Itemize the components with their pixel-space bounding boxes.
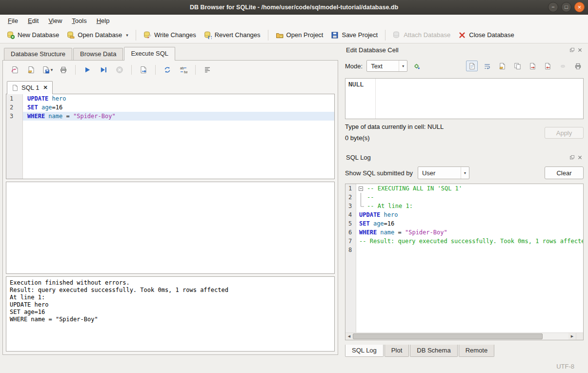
sql-editor-content[interactable]: UPDATE heroSET age=16WHERE name = "Spide… (23, 94, 334, 179)
code-line[interactable] (356, 246, 583, 254)
tab-db-schema[interactable]: DB Schema (410, 345, 457, 357)
scroll-left-icon[interactable]: ◀ (345, 333, 353, 340)
code-line[interactable]: -- (356, 193, 583, 202)
line-number-gutter: 12345678 (345, 184, 356, 332)
log-filter-select[interactable]: User ▼ (418, 166, 469, 179)
fold-marker-icon[interactable] (358, 202, 364, 210)
maximize-button[interactable]: □ (561, 2, 571, 12)
cell-editor[interactable]: NULL (345, 78, 584, 119)
titlebar[interactable]: DB Browser for SQLite - /home/user/code/… (0, 0, 588, 15)
print-button[interactable] (572, 61, 584, 71)
sql-log-editor[interactable]: 12345678 -- EXECUTING ALL IN 'SQL 1'----… (345, 184, 584, 340)
line-number-gutter: 123 (6, 94, 23, 179)
menu-help[interactable]: Help (92, 16, 115, 26)
scrollbar-track[interactable] (353, 333, 568, 340)
line-number: 4 (345, 210, 356, 219)
open-sql-new-tab-button[interactable] (9, 64, 21, 76)
open-cell-button[interactable] (496, 61, 508, 71)
open-sql-file-button[interactable] (25, 64, 38, 76)
menu-file[interactable]: File (3, 16, 23, 26)
export-results-button[interactable] (137, 64, 150, 76)
close-tab-icon[interactable]: ✕ (43, 84, 47, 91)
auto-switch-mode-button[interactable] (411, 61, 423, 71)
main-toolbar: New DatabaseOpen Database▾Write ChangesR… (0, 27, 588, 43)
close-panel-icon[interactable] (577, 47, 583, 53)
print-button[interactable] (57, 64, 70, 76)
write-changes-button[interactable]: Write Changes (140, 29, 200, 41)
execute-all-button[interactable] (81, 64, 94, 76)
code-line[interactable]: -- EXECUTING ALL IN 'SQL 1' (356, 184, 583, 193)
sql-tab-label: SQL 1 (21, 84, 39, 91)
code-line[interactable]: -- Result: query executed successfully. … (356, 237, 583, 246)
close-panel-icon[interactable] (577, 155, 583, 160)
tab-browse-data[interactable]: Browse Data (73, 48, 123, 60)
open-database-button[interactable]: Open Database▾ (63, 29, 132, 41)
set-null-icon (559, 62, 567, 70)
clear-button[interactable]: Clear (545, 166, 584, 179)
format-sql-button[interactable] (201, 64, 214, 76)
sql-editor[interactable]: 123 UPDATE heroSET age=16WHERE name = "S… (6, 94, 335, 179)
line-number: 1 (345, 184, 356, 193)
save-project-button[interactable]: Save Project (327, 29, 382, 41)
open-project-button[interactable]: Open Project (272, 29, 327, 41)
menu-tools[interactable]: Tools (67, 16, 91, 26)
scroll-right-icon[interactable]: ▶ (568, 333, 576, 340)
auto-mode-icon (413, 62, 421, 70)
code-line[interactable]: SET age=16 (23, 103, 334, 112)
word-wrap-button[interactable] (481, 61, 493, 71)
code-line[interactable]: -- At line 1: (356, 202, 583, 210)
mode-select[interactable]: Text ▼ (366, 60, 407, 72)
open-sql-file-icon (27, 66, 35, 74)
import-cell-button[interactable] (527, 61, 538, 71)
minimize-button[interactable]: − (548, 2, 558, 12)
toolbar-separator (268, 30, 268, 41)
line-number: 3 (345, 202, 356, 210)
tab-plot[interactable]: Plot (385, 345, 409, 357)
stop-button (113, 64, 126, 76)
revert-changes-button[interactable]: Revert Changes (200, 29, 264, 41)
sql-tab-bar: SQL 1 ✕ (6, 79, 335, 94)
execute-current-line-button[interactable] (97, 64, 110, 76)
tab-database-structure[interactable]: Database Structure (4, 48, 72, 60)
scrollbar-thumb[interactable] (353, 333, 543, 339)
close-database-button[interactable]: Close Database (454, 29, 518, 41)
tab-remote[interactable]: Remote (459, 345, 495, 357)
code-line[interactable]: WHERE name = "Spider-Boy" (356, 228, 583, 237)
copy-cell-button[interactable] (511, 61, 523, 71)
toolbar-separator (131, 65, 132, 75)
code-text: UPDATE hero (356, 210, 398, 219)
tab-sql-log[interactable]: SQL Log (345, 345, 384, 357)
close-button[interactable]: × (574, 2, 585, 12)
results-grid[interactable] (6, 182, 335, 274)
find-icon (163, 66, 171, 74)
dropdown-arrow-icon[interactable]: ▾ (126, 33, 128, 38)
menu-edit[interactable]: Edit (23, 16, 43, 26)
code-text: -- At line 1: (364, 202, 413, 210)
cell-editor-divider (375, 79, 376, 119)
find-button[interactable] (161, 64, 174, 76)
text-mode-button[interactable] (466, 61, 478, 71)
float-panel-icon[interactable] (569, 47, 575, 53)
code-line[interactable]: UPDATE hero (23, 94, 334, 103)
open-sql-new-tab-icon (11, 66, 19, 74)
tab-execute-sql[interactable]: Execute SQL (124, 47, 175, 61)
export-cell-button[interactable] (542, 61, 553, 71)
code-line[interactable]: WHERE name = "Spider-Boy" (23, 112, 334, 121)
fold-marker-icon[interactable] (358, 193, 364, 202)
code-line[interactable]: UPDATE hero (356, 210, 583, 219)
log-filter-label: Show SQL submitted by (345, 169, 413, 177)
token-pl: = (52, 104, 56, 111)
replace-button[interactable]: abba (177, 64, 190, 76)
line-number: 8 (345, 246, 356, 254)
tab-sql-1[interactable]: SQL 1 ✕ (7, 81, 53, 94)
dropdown-arrow-icon[interactable]: ▾ (51, 67, 53, 72)
save-sql-file-button[interactable]: ▾ (41, 64, 54, 76)
chevron-down-icon: ▼ (399, 61, 407, 71)
fold-marker-icon[interactable] (358, 184, 364, 193)
menu-view[interactable]: View (43, 16, 67, 26)
float-panel-icon[interactable] (569, 155, 575, 160)
new-database-button[interactable]: New Database (3, 29, 63, 41)
horizontal-scrollbar[interactable]: ◀ ▶ (345, 332, 583, 340)
code-line[interactable]: SET age=16 (356, 219, 583, 228)
sql-toolbar: ▾abba (6, 61, 335, 79)
